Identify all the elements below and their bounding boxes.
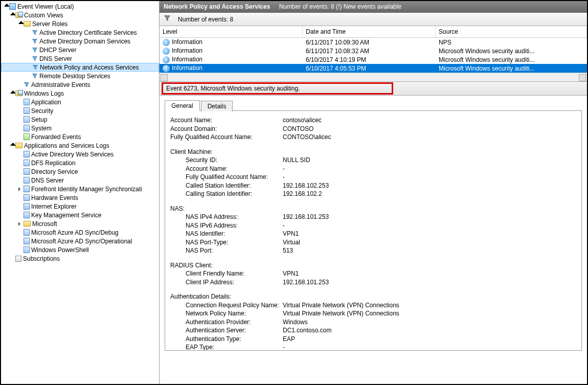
label: Called Station Identifier: (186, 182, 283, 190)
tree-asl-kms[interactable]: Key Management Service (1, 211, 159, 219)
tree-label: DHCP Server (39, 47, 76, 54)
tree-wl-sys[interactable]: System (1, 124, 159, 132)
label: NAS Port-Type: (186, 238, 283, 247)
label: Fully Qualified Account Name: (170, 133, 283, 142)
tree-asl-fim[interactable]: Forefront Identity Manager Synchronizati (1, 185, 159, 193)
tree-root[interactable]: Event Viewer (Local) (1, 2, 159, 11)
tree-label: Forwarded Events (31, 133, 81, 141)
tree-label: DNS Server (31, 177, 64, 184)
value: DC1.contoso.com (283, 326, 331, 335)
tree-label: Active Directory Domain Services (39, 38, 130, 45)
tree-asl-dfs[interactable]: DFS Replication (1, 158, 159, 167)
event-row[interactable]: Information6/10/2017 4:10:19 PMMicrosoft… (160, 55, 587, 64)
tab-details[interactable]: Details (201, 101, 233, 111)
label: Client IP Address: (186, 278, 283, 287)
chevron-down-icon[interactable] (9, 13, 15, 17)
log-icon (24, 99, 30, 105)
log-icon (24, 194, 30, 201)
tree-asl-dir[interactable]: Directory Service (1, 167, 159, 176)
column-date[interactable]: Date and Time (303, 26, 436, 37)
event-level: Information (172, 38, 202, 46)
column-source[interactable]: Source (436, 26, 587, 37)
tree-label: Hardware Events (31, 194, 78, 201)
chevron-down-icon[interactable] (9, 144, 15, 148)
chevron-right-icon[interactable] (17, 222, 24, 226)
tree-wl-sec[interactable]: Security (1, 106, 159, 115)
log-icon (24, 238, 30, 244)
tree-wl-fwd[interactable]: Forwarded Events (1, 132, 159, 141)
tree-sr-npas[interactable]: Network Policy and Access Services (1, 63, 159, 72)
label: Account Domain: (170, 125, 283, 133)
tree-sr-dns[interactable]: DNS Server (1, 54, 159, 63)
tab-general[interactable]: General (165, 100, 200, 111)
label: Security ID: (186, 156, 283, 165)
event-source: Microsoft Windows security auditi... (436, 65, 587, 72)
value: CONTOSO\alicec (283, 133, 331, 142)
tree-label: Setup (31, 116, 47, 123)
event-source: NPS (436, 39, 587, 46)
tree-asl-ms[interactable]: Microsoft (1, 219, 159, 228)
info-icon (163, 65, 170, 72)
tree-asl-adws[interactable]: Active Directory Web Services (1, 150, 159, 158)
filter-icon (32, 56, 38, 62)
tree-label: Key Management Service (31, 212, 101, 219)
tree-wl-setup[interactable]: Setup (1, 115, 159, 124)
log-icon (24, 151, 30, 157)
event-row[interactable]: Information6/10/2017 4:05:53 PMMicrosoft… (160, 64, 587, 73)
chevron-down-icon[interactable] (9, 92, 15, 96)
folder-icon (15, 12, 22, 18)
tree-asl-hw[interactable]: Hardware Events (1, 193, 159, 202)
tree-label: Internet Explorer (31, 203, 77, 210)
tree-apps-services[interactable]: Applications and Services Logs (1, 141, 159, 150)
event-row[interactable]: Information6/11/2017 10:08:32 AMMicrosof… (160, 47, 587, 55)
log-icon (24, 186, 30, 192)
value: EAP (283, 335, 295, 344)
label: Calling Station Identifier: (186, 190, 283, 198)
filter-icon (32, 38, 38, 44)
tree-admin-events[interactable]: Administrative Events (1, 80, 159, 89)
label: Account Name: (170, 116, 283, 125)
label: Connection Request Policy Name: (186, 301, 283, 310)
tree-sr-adds[interactable]: Active Directory Domain Services (1, 37, 159, 46)
event-level: Information (172, 47, 202, 54)
funnel-icon[interactable] (164, 15, 171, 24)
tree-sr-dhcp[interactable]: DHCP Server (1, 46, 159, 54)
value: VPN1 (283, 230, 299, 238)
tree-asl-dns[interactable]: DNS Server (1, 176, 159, 185)
tree-label: Remote Desktop Services (39, 73, 110, 80)
log-icon (24, 107, 30, 114)
tab-strip: General Details (165, 100, 582, 110)
info-icon (163, 56, 170, 63)
log-icon (24, 229, 30, 236)
page-title: Network Policy and Access Services (164, 3, 270, 10)
tree-asl-aad-debug[interactable]: Microsoft Azure AD Sync/Debug (1, 228, 159, 237)
value: Virtual Private Network (VPN) Connection… (283, 301, 399, 310)
tree-custom-views[interactable]: Custom Views (1, 11, 159, 19)
tree-label: DFS Replication (31, 160, 76, 167)
tree-wl-app[interactable]: Application (1, 98, 159, 106)
tree-server-roles[interactable]: Server Roles (1, 19, 159, 28)
column-level[interactable]: Level (160, 26, 303, 37)
horizontal-scrollbar[interactable] (160, 73, 587, 81)
event-level: Information (172, 64, 202, 72)
tree-label: Directory Service (31, 168, 78, 175)
tree-sr-rds[interactable]: Remote Desktop Services (1, 72, 159, 80)
tree-label: Application (31, 99, 61, 106)
tree-label: System (31, 125, 52, 132)
tree-asl-aad-op[interactable]: Microsoft Azure AD Sync/Operational (1, 237, 159, 245)
chevron-right-icon[interactable] (17, 187, 24, 191)
filter-icon (24, 82, 30, 88)
value: Virtual (283, 238, 300, 247)
tree-sr-adcs[interactable]: Active Directory Certificate Services (1, 28, 159, 37)
eventviewer-icon (9, 3, 16, 10)
tree-asl-ie[interactable]: Internet Explorer (1, 202, 159, 211)
tree-subscriptions[interactable]: Subscriptions (1, 254, 159, 263)
chevron-down-icon[interactable] (3, 5, 9, 9)
event-row[interactable]: Information6/11/2017 10:09:30 AMNPS (160, 38, 587, 47)
value: 192.168.102.2 (283, 190, 322, 198)
tree-label: Microsoft Azure AD Sync/Operational (31, 238, 132, 245)
tree-windows-logs[interactable]: Windows Logs (1, 89, 159, 98)
chevron-down-icon[interactable] (17, 22, 24, 26)
label: EAP Type: (186, 343, 283, 351)
tree-asl-ps[interactable]: Windows PowerShell (1, 245, 159, 254)
